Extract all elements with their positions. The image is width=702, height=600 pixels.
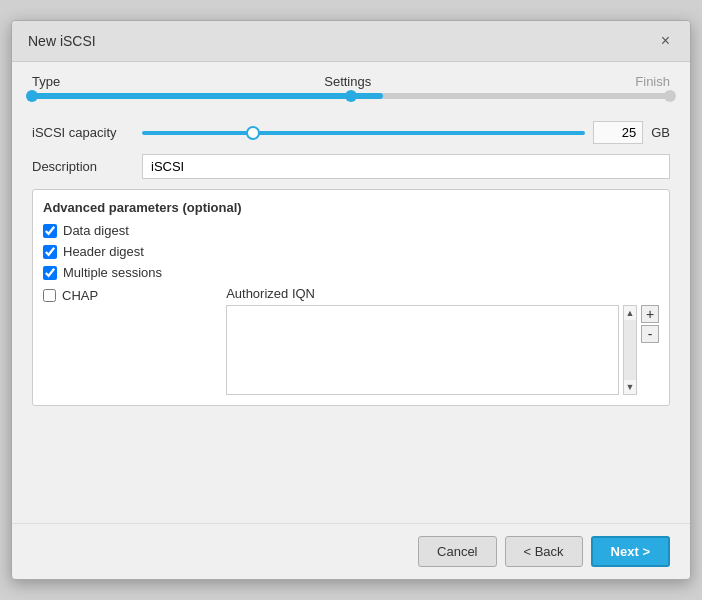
- step-finish: Finish: [635, 74, 670, 89]
- iqn-scrollbar: ▲ ▼: [623, 305, 637, 395]
- scroll-up-button[interactable]: ▲: [624, 306, 636, 320]
- advanced-section: Advanced parameters (optional) Data dige…: [32, 189, 670, 406]
- dialog-title: New iSCSI: [28, 33, 96, 49]
- capacity-input[interactable]: 25: [593, 121, 643, 144]
- multiple-sessions-checkbox[interactable]: [43, 266, 57, 280]
- description-input[interactable]: [142, 154, 670, 179]
- chap-authorized-row: CHAP Authorized IQN ▲ ▼ + -: [43, 286, 659, 395]
- multiple-sessions-label[interactable]: Multiple sessions: [63, 265, 162, 280]
- step-dot-type: [26, 90, 38, 102]
- capacity-label: iSCSI capacity: [32, 125, 142, 140]
- data-digest-label[interactable]: Data digest: [63, 223, 129, 238]
- step-dot-settings: [345, 90, 357, 102]
- new-iscsi-dialog: New iSCSI × Type Settings Finish: [11, 20, 691, 580]
- scroll-track: [624, 320, 636, 380]
- wizard-steps: Type Settings Finish: [12, 62, 690, 111]
- capacity-unit: GB: [651, 125, 670, 140]
- description-row: Description: [32, 154, 670, 179]
- chap-checkbox[interactable]: [43, 289, 56, 302]
- authorized-col: Authorized IQN ▲ ▼ + -: [226, 286, 659, 395]
- data-digest-row: Data digest: [43, 223, 659, 238]
- dialog-header: New iSCSI ×: [12, 21, 690, 62]
- authorized-iqn-area: ▲ ▼ + -: [226, 305, 659, 395]
- capacity-slider-container: 25 GB: [142, 121, 670, 144]
- step-dot-finish: [664, 90, 676, 102]
- iqn-add-button[interactable]: +: [641, 305, 659, 323]
- header-digest-label[interactable]: Header digest: [63, 244, 144, 259]
- close-button[interactable]: ×: [657, 31, 674, 51]
- multiple-sessions-row: Multiple sessions: [43, 265, 659, 280]
- capacity-slider[interactable]: [142, 131, 585, 135]
- iqn-buttons: + -: [641, 305, 659, 395]
- iqn-remove-button[interactable]: -: [641, 325, 659, 343]
- progress-track: [32, 93, 670, 99]
- iqn-textarea[interactable]: [226, 305, 619, 395]
- chap-col: CHAP: [43, 286, 98, 303]
- step-type: Type: [32, 74, 60, 89]
- data-digest-checkbox[interactable]: [43, 224, 57, 238]
- chap-label[interactable]: CHAP: [62, 288, 98, 303]
- cancel-button[interactable]: Cancel: [418, 536, 496, 567]
- scroll-down-button[interactable]: ▼: [624, 380, 636, 394]
- dialog-content: iSCSI capacity 25 GB Description Advance…: [12, 111, 690, 523]
- next-button[interactable]: Next >: [591, 536, 670, 567]
- step-labels: Type Settings Finish: [32, 74, 670, 89]
- back-button[interactable]: < Back: [505, 536, 583, 567]
- track-fill: [32, 93, 383, 99]
- capacity-row: iSCSI capacity 25 GB: [32, 121, 670, 144]
- dialog-footer: Cancel < Back Next >: [12, 523, 690, 579]
- step-settings: Settings: [324, 74, 371, 89]
- description-label: Description: [32, 159, 142, 174]
- advanced-title: Advanced parameters (optional): [43, 200, 659, 215]
- header-digest-row: Header digest: [43, 244, 659, 259]
- header-digest-checkbox[interactable]: [43, 245, 57, 259]
- authorized-iqn-label: Authorized IQN: [226, 286, 659, 301]
